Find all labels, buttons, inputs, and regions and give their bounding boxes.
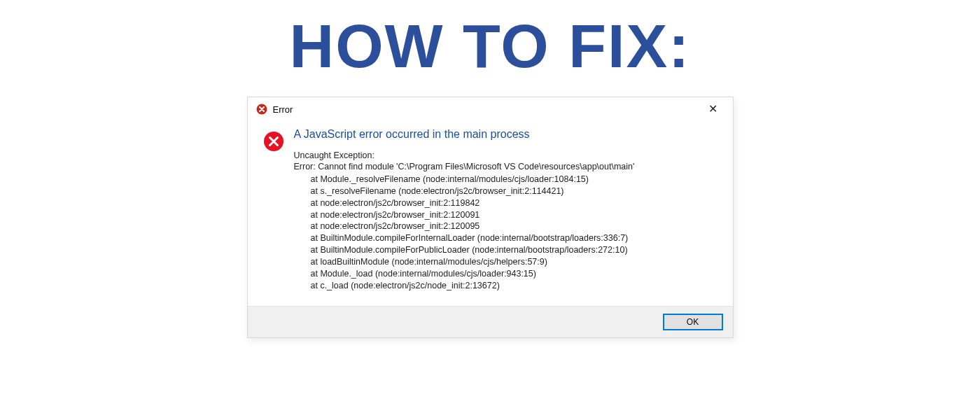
error-message: Error: Cannot find module 'C:\Program Fi… bbox=[294, 161, 722, 173]
error-small-icon bbox=[256, 104, 267, 115]
titlebar-left: Error bbox=[256, 104, 293, 115]
stack-line: at node:electron/js2c/browser_init:2:120… bbox=[294, 209, 722, 221]
dialog-body: A JavaScript error occurred in the main … bbox=[248, 121, 733, 306]
page-headline: HOW TO FIX: bbox=[0, 15, 980, 77]
stack-line: at Module._load (node:internal/modules/c… bbox=[294, 268, 722, 280]
stack-line: at BuiltinModule.compileForInternalLoade… bbox=[294, 232, 722, 244]
stack-line: at Module._resolveFilename (node:interna… bbox=[294, 174, 722, 186]
stack-trace: at Module._resolveFilename (node:interna… bbox=[294, 174, 722, 292]
stack-line: at loadBuiltinModule (node:internal/modu… bbox=[294, 256, 722, 268]
stack-line: at BuiltinModule.compileForPublicLoader … bbox=[294, 244, 722, 256]
error-sub-heading: Uncaught Exception: bbox=[294, 150, 722, 160]
error-large-icon bbox=[263, 131, 284, 152]
stack-line: at node:electron/js2c/browser_init:2:119… bbox=[294, 197, 722, 209]
stack-line: at c._load (node:electron/js2c/node_init… bbox=[294, 280, 722, 292]
titlebar: Error ✕ bbox=[248, 97, 733, 121]
stack-line: at s._resolveFilename (node:electron/js2… bbox=[294, 186, 722, 197]
dialog-content: A JavaScript error occurred in the main … bbox=[294, 128, 722, 292]
close-button[interactable]: ✕ bbox=[701, 101, 724, 118]
stack-line: at node:electron/js2c/browser_init:2:120… bbox=[294, 220, 722, 232]
window-title: Error bbox=[273, 104, 293, 115]
error-heading: A JavaScript error occurred in the main … bbox=[294, 128, 722, 141]
button-bar: OK bbox=[248, 306, 733, 337]
ok-button[interactable]: OK bbox=[663, 314, 723, 330]
error-dialog: Error ✕ A JavaScript error occurred in t… bbox=[247, 97, 734, 338]
